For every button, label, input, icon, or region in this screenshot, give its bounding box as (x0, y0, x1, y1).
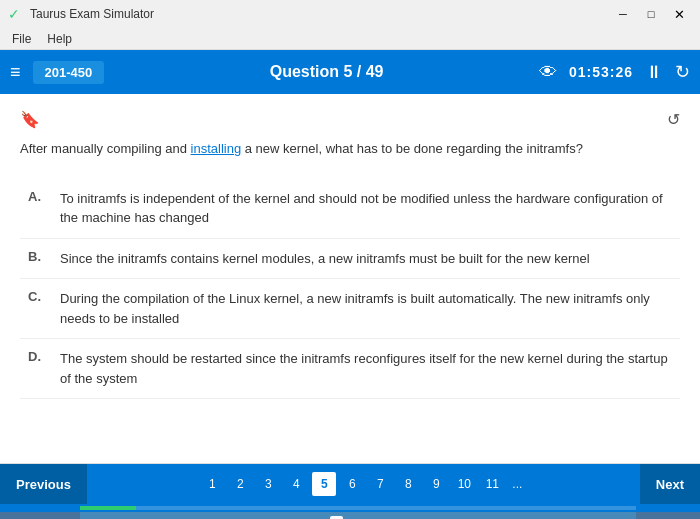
header-bar: ≡ 201-450 Question 5 / 49 👁 01:53:26 ⏸ ↻ (0, 50, 700, 94)
window-controls: ─ □ ✕ (610, 4, 692, 24)
option-a-label: A. (28, 189, 48, 204)
progress-row (0, 504, 700, 512)
page-2[interactable]: 2 (228, 472, 252, 496)
previous-button[interactable]: Previous (0, 464, 87, 504)
question-range: 201-450 (33, 61, 105, 84)
title-bar: ✓ Taurus Exam Simulator ─ □ ✕ (0, 0, 700, 28)
page-1[interactable]: 1 (200, 472, 224, 496)
question-text: After manually compiling and installing … (20, 139, 680, 159)
page-8[interactable]: 8 (396, 472, 420, 496)
reset-button[interactable]: ↺ (667, 110, 680, 129)
page-4[interactable]: 4 (284, 472, 308, 496)
page-9[interactable]: 9 (424, 472, 448, 496)
page-6[interactable]: 6 (340, 472, 364, 496)
highlight-installing: installing (191, 141, 242, 156)
toolbar-row: 🔖 ↺ (20, 110, 680, 129)
page-numbers: 1 2 3 4 5 6 7 8 9 10 11 ... (87, 472, 640, 496)
app-title: Taurus Exam Simulator (30, 7, 610, 21)
option-b-label: B. (28, 249, 48, 264)
question-title: Question 5 / 49 (114, 63, 539, 81)
maximize-button[interactable]: □ (638, 4, 664, 24)
close-button[interactable]: ✕ (666, 4, 692, 24)
page-3[interactable]: 3 (256, 472, 280, 496)
option-b[interactable]: B. Since the initramfs contains kernel m… (20, 239, 680, 280)
option-a-text: To initramfs is independent of the kerne… (60, 189, 672, 228)
bookmark-button[interactable]: 🔖 (20, 110, 40, 129)
option-b-text: Since the initramfs contains kernel modu… (60, 249, 590, 269)
option-d[interactable]: D. The system should be restarted since … (20, 339, 680, 399)
option-d-text: The system should be restarted since the… (60, 349, 672, 388)
pause-icon[interactable]: ⏸ (645, 62, 663, 83)
timer-display: 01:53:26 (569, 64, 633, 80)
taskbar-reflection: Previous 1 2 3 4 5 6 7 8 9 10 11 ... Nex… (0, 512, 700, 519)
page-5[interactable]: 5 (312, 472, 336, 496)
refresh-icon[interactable]: ↻ (675, 61, 690, 83)
progress-fill (80, 506, 136, 510)
option-c[interactable]: C. During the compilation of the Linux k… (20, 279, 680, 339)
page-11[interactable]: 11 (480, 472, 504, 496)
progress-bar-area (80, 506, 636, 510)
menu-file[interactable]: File (4, 30, 39, 48)
next-button[interactable]: Next (640, 464, 700, 504)
bottom-navigation: Previous 1 2 3 4 5 6 7 8 9 10 11 ... Nex… (0, 464, 700, 504)
menu-help[interactable]: Help (39, 30, 80, 48)
app-icon: ✓ (8, 6, 24, 22)
ellipsis: ... (508, 477, 526, 491)
eye-icon[interactable]: 👁 (539, 62, 557, 83)
page-7[interactable]: 7 (368, 472, 392, 496)
content-area: 🔖 ↺ After manually compiling and install… (0, 94, 700, 464)
menu-bar: File Help (0, 28, 700, 50)
page-10[interactable]: 10 (452, 472, 476, 496)
option-c-label: C. (28, 289, 48, 304)
minimize-button[interactable]: ─ (610, 4, 636, 24)
option-d-label: D. (28, 349, 48, 364)
option-a[interactable]: A. To initramfs is independent of the ke… (20, 179, 680, 239)
header-controls: 👁 01:53:26 ⏸ ↻ (539, 61, 690, 83)
hamburger-menu-icon[interactable]: ≡ (10, 62, 21, 83)
option-c-text: During the compilation of the Linux kern… (60, 289, 672, 328)
